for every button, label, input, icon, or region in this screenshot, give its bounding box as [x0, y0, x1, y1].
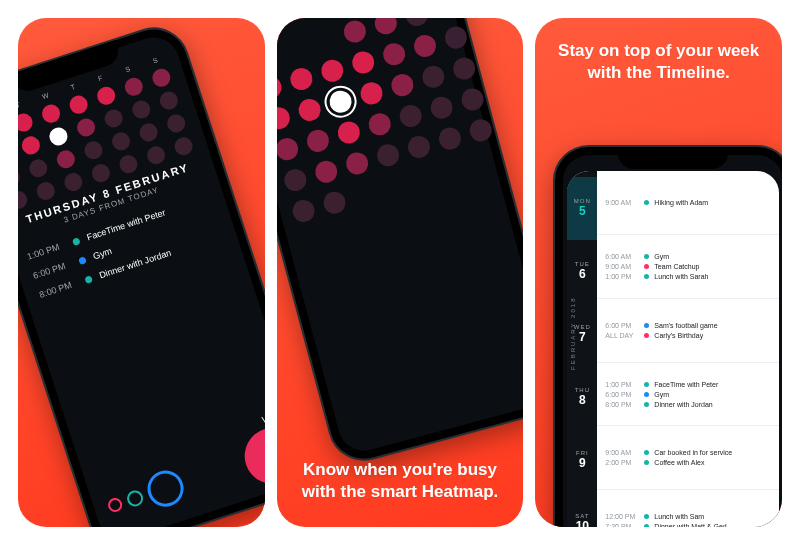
- timeline-row[interactable]: 1:00 PMFaceTime with Peter6:00 PMGym8:00…: [597, 362, 779, 426]
- calendar-day-dot[interactable]: [150, 67, 173, 90]
- calendar-day-dot[interactable]: [35, 180, 58, 203]
- calendar-day-dot[interactable]: [122, 75, 145, 98]
- calendar-day-dot[interactable]: [434, 18, 461, 20]
- calendar-day-dot[interactable]: [389, 72, 416, 99]
- calendar-day-dot[interactable]: [277, 136, 301, 163]
- calendar-day-dot[interactable]: [366, 111, 393, 138]
- filter-ring-selected-icon[interactable]: [143, 466, 188, 511]
- calendar-day-dot[interactable]: [277, 105, 292, 132]
- calendar-day-dot[interactable]: [75, 116, 98, 139]
- calendar-day-dot[interactable]: [18, 111, 35, 134]
- calendar-day-dot[interactable]: [157, 89, 180, 112]
- calendar-day-dot[interactable]: [288, 66, 315, 93]
- calendar-day-dot[interactable]: [428, 94, 455, 121]
- timeline-row[interactable]: 9:00 AMHiking with Adam: [597, 171, 779, 234]
- timeline-event[interactable]: ALL DAYCarly's Birthday: [605, 332, 771, 339]
- calendar-day-dot[interactable]: [321, 189, 348, 216]
- timeline-event[interactable]: 12:00 PMLunch with Sam: [605, 513, 771, 520]
- timeline-event[interactable]: 9:00 AMHiking with Adam: [605, 199, 771, 206]
- calendar-day-dot[interactable]: [341, 18, 368, 45]
- calendar-day-dot[interactable]: [277, 74, 284, 101]
- calendar-filter-rings[interactable]: [103, 466, 188, 524]
- calendar-day-dot[interactable]: [403, 18, 430, 28]
- timeline-event[interactable]: 2:00 PMCoffee with Alex: [605, 459, 771, 466]
- calendar-day-dot[interactable]: [312, 158, 339, 185]
- calendar-day-dot[interactable]: [459, 86, 486, 113]
- calendar-day-dot[interactable]: [117, 153, 140, 176]
- calendar-day-dot[interactable]: [296, 96, 323, 123]
- calendar-day-dot[interactable]: [137, 121, 160, 144]
- calendar-day-dot[interactable]: [349, 49, 376, 76]
- calendar-day-dot[interactable]: [397, 103, 424, 130]
- timeline-event[interactable]: 6:00 PMGym: [605, 391, 771, 398]
- calendar-day-dot[interactable]: [62, 171, 85, 194]
- calendar-day-dot[interactable]: [82, 139, 105, 162]
- timeline-row[interactable]: 6:00 PMSam's football gameALL DAYCarly's…: [597, 298, 779, 362]
- timeline-day-cell[interactable]: THU8: [567, 366, 597, 429]
- timeline-day-cell[interactable]: TUE6: [567, 240, 597, 303]
- calendar-day-dot[interactable]: [290, 197, 317, 224]
- calendar-day-dot[interactable]: [172, 135, 195, 158]
- timeline-event[interactable]: 6:00 PMSam's football game: [605, 322, 771, 329]
- calendar-day-dot[interactable]: [18, 189, 30, 212]
- calendar-day-dot[interactable]: [372, 18, 399, 37]
- calendar-day-dot[interactable]: [374, 142, 401, 169]
- timeline-row[interactable]: 9:00 AMCar booked in for service2:00 PMC…: [597, 425, 779, 489]
- calendar-day-dot[interactable]: [380, 41, 407, 68]
- timeline-day-cell[interactable]: FRI9: [567, 428, 597, 491]
- timeline-event[interactable]: 8:00 PMDinner with Jordan: [605, 401, 771, 408]
- calendar-day-dot[interactable]: [442, 24, 469, 51]
- calendar-day-dot[interactable]: [18, 166, 22, 189]
- calendar-day-dot[interactable]: [164, 112, 187, 135]
- timeline-event[interactable]: 9:00 AMCar booked in for service: [605, 449, 771, 456]
- calendar-day-dot[interactable]: [335, 119, 362, 146]
- calendar-day-dot[interactable]: [55, 148, 78, 171]
- timeline-event[interactable]: 1:00 PMLunch with Sarah: [605, 273, 771, 280]
- promo-text-timeline: Stay on top of your week with the Timeli…: [535, 40, 782, 84]
- timeline-event[interactable]: 6:00 AMGym: [605, 253, 771, 260]
- calendar-day-dot[interactable]: [343, 150, 370, 177]
- filter-ring-home-icon[interactable]: [125, 488, 145, 508]
- event-title: Team Catchup: [654, 263, 699, 270]
- calendar-day-dot[interactable]: [90, 162, 113, 185]
- calendar-day-dot[interactable]: [47, 125, 70, 148]
- calendar-day-dot[interactable]: [420, 63, 447, 90]
- calendar-day-dot[interactable]: [282, 167, 309, 194]
- calendar-day-dot[interactable]: [27, 157, 50, 180]
- event-time: 12:00 PM: [605, 513, 639, 520]
- calendar-day-dot[interactable]: [304, 127, 331, 154]
- calendar-day-dot[interactable]: [130, 98, 153, 121]
- timeline-day-cell[interactable]: SAT10: [567, 491, 597, 527]
- timeline-event[interactable]: 9:00 AMTeam Catchup: [605, 263, 771, 270]
- calendar-day-dot[interactable]: [436, 125, 463, 152]
- calendar-day-dot[interactable]: [318, 57, 345, 84]
- filter-ring-personal-icon[interactable]: [106, 496, 124, 514]
- timeline-event[interactable]: 1:00 PMFaceTime with Peter: [605, 381, 771, 388]
- calendar-day-dot[interactable]: [40, 102, 63, 125]
- event-color-dot-icon: [644, 450, 649, 455]
- calendar-day-dot[interactable]: [467, 117, 494, 144]
- timeline-day-cell[interactable]: MON5: [567, 177, 597, 240]
- event-time: 2:00 PM: [605, 459, 639, 466]
- calendar-day-dot[interactable]: [144, 144, 167, 167]
- calendar-day-dot[interactable]: [67, 93, 90, 116]
- event-color-dot-icon: [644, 333, 649, 338]
- add-event-fab[interactable]: [237, 421, 264, 492]
- heatmap-calendar-large[interactable]: [277, 18, 493, 234]
- event-time: 8:00 PM: [38, 278, 79, 300]
- calendar-day-dot[interactable]: [405, 133, 432, 160]
- calendar-day-dot[interactable]: [358, 80, 385, 107]
- calendar-day-dot[interactable]: [327, 88, 354, 115]
- calendar-day-dot[interactable]: [95, 84, 118, 107]
- calendar-day-dot[interactable]: [411, 32, 438, 59]
- calendar-day-dot[interactable]: [110, 130, 133, 153]
- event-time: 9:00 AM: [605, 449, 639, 456]
- timeline-event[interactable]: 7:30 PMDinner with Matt & Ged: [605, 523, 771, 527]
- timeline-event-column[interactable]: 9:00 AMHiking with Adam6:00 AMGym9:00 AM…: [597, 171, 779, 527]
- calendar-day-dot[interactable]: [20, 134, 43, 157]
- timeline-row[interactable]: 12:00 PMLunch with Sam7:30 PMDinner with…: [597, 489, 779, 527]
- calendar-day-dot[interactable]: [450, 55, 477, 82]
- timeline-row[interactable]: 6:00 AMGym9:00 AMTeam Catchup1:00 PMLunc…: [597, 234, 779, 298]
- calendar-day-dot[interactable]: [102, 107, 125, 130]
- timeline-day-rail[interactable]: FEBRUARY 2018 MON5TUE6WED7THU8FRI9SAT10S…: [567, 171, 597, 527]
